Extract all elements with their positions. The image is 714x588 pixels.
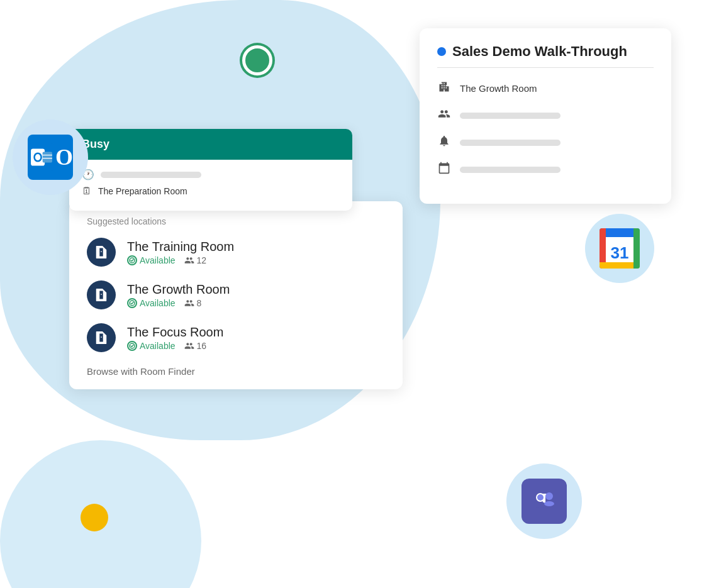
outlook-icon-circle <box>13 119 88 195</box>
svg-point-25 <box>535 502 546 508</box>
available-badge-1: Available <box>127 255 176 265</box>
room-item-training[interactable]: The Training Room Available 12 <box>87 238 385 267</box>
available-badge-2: Available <box>127 298 176 308</box>
busy-time-row: 🕐 <box>82 169 340 180</box>
busy-card: Busy 🕐 🗓 The Preparation Room <box>69 129 352 211</box>
yellow-dot <box>81 504 108 531</box>
event-title-row: Sales Demo Walk-Through <box>437 43 654 60</box>
room-name-1: The Training Room <box>127 240 385 254</box>
check-icon-3 <box>129 343 135 349</box>
outlook-logo <box>28 135 73 180</box>
room-info-1: The Training Room Available 12 <box>127 240 385 265</box>
outlook-svg <box>28 141 55 174</box>
room-meta-1: Available 12 <box>127 255 385 265</box>
event-card: Sales Demo Walk-Through The Growth Room <box>420 28 671 204</box>
capacity-2: 8 <box>184 298 202 308</box>
check-icon-1 <box>129 257 135 263</box>
room-item-growth[interactable]: The Growth Room Available 8 <box>87 280 385 309</box>
building-icon <box>437 80 451 96</box>
green-dot <box>242 45 272 75</box>
svg-point-22 <box>545 492 553 500</box>
gcal-svg: 31 <box>600 228 640 269</box>
available-icon-2 <box>127 298 137 308</box>
busy-room-row: 🗓 The Preparation Room <box>82 186 340 197</box>
room-meta-3: Available 16 <box>127 341 385 351</box>
browse-room-finder-link[interactable]: Browse with Room Finder <box>87 366 385 377</box>
building-svg <box>438 80 450 93</box>
people-icon <box>437 108 451 123</box>
calendar-icon <box>437 162 451 177</box>
capacity-3: 16 <box>184 341 207 351</box>
people-icon-2 <box>184 298 194 308</box>
event-room-text: The Growth Room <box>460 83 537 94</box>
bell-icon <box>437 135 451 150</box>
rooms-panel: Suggested locations The Training Room Av… <box>69 201 403 389</box>
busy-card-header: Busy <box>69 129 352 160</box>
svg-point-24 <box>537 494 544 501</box>
event-people-row <box>437 108 654 123</box>
event-bell-row <box>437 135 654 150</box>
calendar-svg <box>438 162 450 174</box>
room-info-3: The Focus Room Available 16 <box>127 325 385 351</box>
people-icon-3 <box>184 341 194 351</box>
event-room-row: The Growth Room <box>437 80 654 96</box>
svg-point-26 <box>544 501 554 506</box>
room-meta-2: Available 8 <box>127 298 385 308</box>
teams-icon: T <box>522 479 567 524</box>
svg-text:31: 31 <box>611 243 629 262</box>
people-icon-1 <box>184 255 194 265</box>
door-icon-1 <box>94 245 108 259</box>
door-icon-2 <box>94 288 108 302</box>
room-name-2: The Growth Room <box>127 282 385 297</box>
available-icon-3 <box>127 341 137 351</box>
event-title: Sales Demo Walk-Through <box>452 43 627 60</box>
room-icon-circle-3 <box>87 323 116 352</box>
svg-rect-18 <box>633 228 636 269</box>
room-icon-circle-2 <box>87 280 116 309</box>
rooms-panel-title: Suggested locations <box>87 216 385 226</box>
room-name-3: The Focus Room <box>127 325 385 340</box>
time-bar <box>101 172 201 178</box>
available-badge-3: Available <box>127 341 176 351</box>
people-svg <box>438 108 450 120</box>
teams-svg: T <box>528 485 561 518</box>
people-bar <box>460 113 561 119</box>
event-divider <box>437 67 654 68</box>
busy-card-body: 🕐 🗓 The Preparation Room <box>69 160 352 211</box>
available-icon-1 <box>127 255 137 265</box>
teams-icon-circle: T <box>506 463 582 539</box>
door-icon-3 <box>94 331 108 345</box>
gcal-icon-circle: 31 <box>585 214 654 283</box>
check-icon-2 <box>129 300 135 306</box>
event-calendar-row <box>437 162 654 177</box>
room-info-2: The Growth Room Available 8 <box>127 282 385 308</box>
busy-room-text: The Preparation Room <box>98 186 187 196</box>
bell-svg <box>438 135 450 147</box>
event-color-dot <box>437 47 446 56</box>
svg-point-3 <box>35 154 40 160</box>
bell-bar <box>460 140 561 146</box>
calendar-bar <box>460 167 561 173</box>
room-icon-circle-1 <box>87 238 116 267</box>
room-icon-small: 🗓 <box>82 186 92 197</box>
capacity-1: 12 <box>184 255 207 265</box>
room-item-focus[interactable]: The Focus Room Available 16 <box>87 323 385 352</box>
svg-rect-4 <box>43 152 52 163</box>
